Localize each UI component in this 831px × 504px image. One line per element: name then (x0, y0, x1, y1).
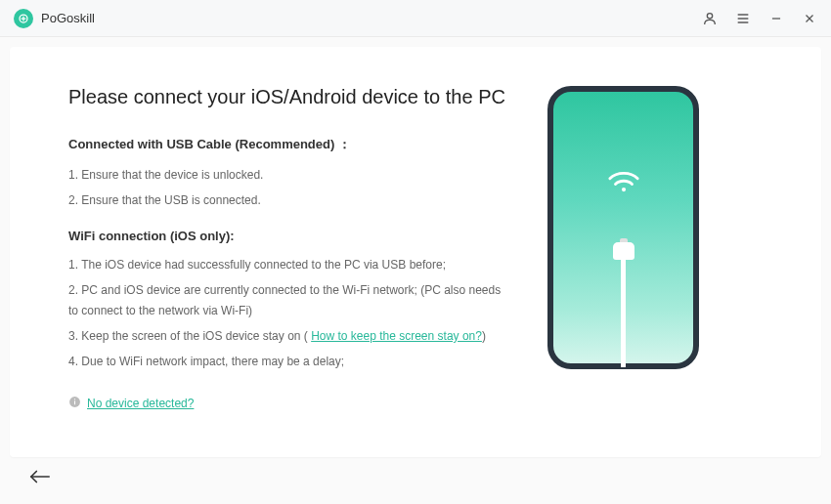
app-title: PoGoskill (41, 11, 95, 25)
close-icon[interactable] (802, 11, 817, 26)
wifi-step-3-prefix: 3. Keep the screen of the iOS device sta… (68, 329, 311, 343)
wifi-section-title: WiFi connection (iOS only): (68, 229, 508, 243)
menu-icon[interactable] (735, 11, 751, 26)
content-area: Please connect your iOS/Android device t… (0, 37, 831, 504)
wifi-icon (607, 170, 640, 199)
wifi-step-3-suffix: ) (482, 329, 486, 343)
main-card: Please connect your iOS/Android device t… (10, 47, 821, 457)
titlebar: PoGoskill (0, 0, 831, 37)
wifi-step-2: 2. PC and iOS device are currently conne… (68, 280, 508, 320)
wifi-step-4: 4. Due to WiFi network impact, there may… (68, 352, 508, 371)
back-button[interactable] (29, 465, 53, 488)
titlebar-left: PoGoskill (14, 9, 95, 28)
phone-illustration (547, 86, 699, 369)
svg-point-1 (707, 13, 712, 18)
no-device-row: No device detected? (68, 396, 508, 411)
wifi-step-3: 3. Keep the screen of the iOS device sta… (68, 326, 508, 346)
usb-section-title: Connected with USB Cable (Recommended) ： (68, 136, 508, 153)
wifi-step-1: 1. The iOS device had successfully conne… (68, 255, 508, 274)
keep-screen-on-link[interactable]: How to keep the screen stay on? (311, 329, 482, 343)
illustration-column (547, 86, 699, 438)
info-icon (68, 396, 81, 411)
titlebar-right (702, 11, 817, 26)
no-device-detected-link[interactable]: No device detected? (87, 397, 194, 410)
usb-step-2: 2. Ensure that the USB is connected. (68, 190, 508, 210)
instruction-column: Please connect your iOS/Android device t… (68, 86, 508, 438)
page-heading: Please connect your iOS/Android device t… (68, 86, 508, 108)
app-logo-icon (14, 9, 33, 28)
svg-rect-9 (74, 400, 75, 404)
minimize-icon[interactable] (768, 11, 784, 26)
app-window: PoGoskill (0, 0, 831, 504)
usb-cable-icon (613, 238, 634, 367)
user-icon[interactable] (702, 11, 718, 26)
usb-step-1: 1. Ensure that the device is unlocked. (68, 165, 508, 185)
footer (10, 457, 821, 494)
svg-point-11 (621, 188, 625, 191)
svg-rect-10 (74, 399, 75, 399)
